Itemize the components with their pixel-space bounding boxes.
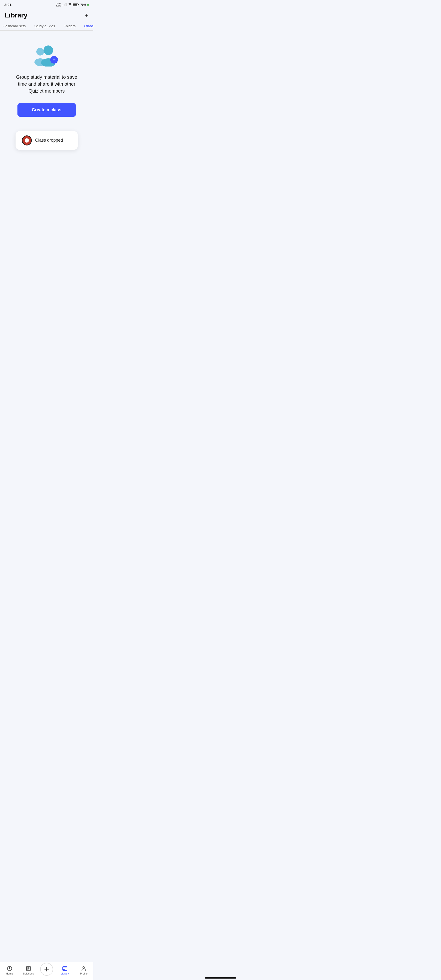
tab-flashcard-sets[interactable]: Flashcard sets (0, 22, 30, 30)
svg-text:+: + (52, 56, 56, 62)
svg-rect-6 (78, 4, 79, 5)
svg-point-10 (43, 45, 53, 55)
status-time: 2:01 (4, 3, 11, 7)
toast-notification: Class dropped (16, 131, 78, 150)
status-kb: 0.00KB/S (56, 2, 61, 7)
battery-icon (73, 3, 79, 6)
tab-classes[interactable]: Classes (80, 22, 93, 30)
toast-icon-inner (25, 138, 29, 143)
green-dot (87, 4, 89, 6)
tabs-bar: Flashcard sets Study guides Folders Clas… (0, 22, 93, 30)
toast-icon (22, 135, 32, 145)
svg-rect-3 (65, 3, 66, 6)
tab-study-guides[interactable]: Study guides (30, 22, 60, 30)
toast-text: Class dropped (35, 138, 63, 143)
svg-rect-7 (73, 4, 77, 6)
svg-rect-4 (67, 3, 67, 6)
svg-rect-2 (65, 4, 65, 6)
page-title: Library (5, 11, 27, 19)
status-bar: 2:01 0.00KB/S 79% (0, 0, 93, 9)
tab-folders[interactable]: Folders (59, 22, 80, 30)
create-class-button[interactable]: Create a class (17, 103, 76, 117)
group-illustration: + (31, 45, 62, 67)
status-icons: 0.00KB/S 79% (56, 2, 89, 7)
header: Library + (0, 9, 93, 22)
svg-point-8 (36, 48, 44, 56)
battery-percent: 79% (80, 3, 86, 6)
svg-rect-0 (63, 5, 63, 6)
group-description: Group study material to save time and sh… (13, 74, 80, 94)
main-content: + Group study material to save time and … (0, 30, 93, 183)
add-button[interactable]: + (85, 11, 89, 19)
signal-icon (63, 3, 67, 6)
svg-rect-1 (63, 4, 64, 6)
wifi-icon (68, 3, 72, 6)
